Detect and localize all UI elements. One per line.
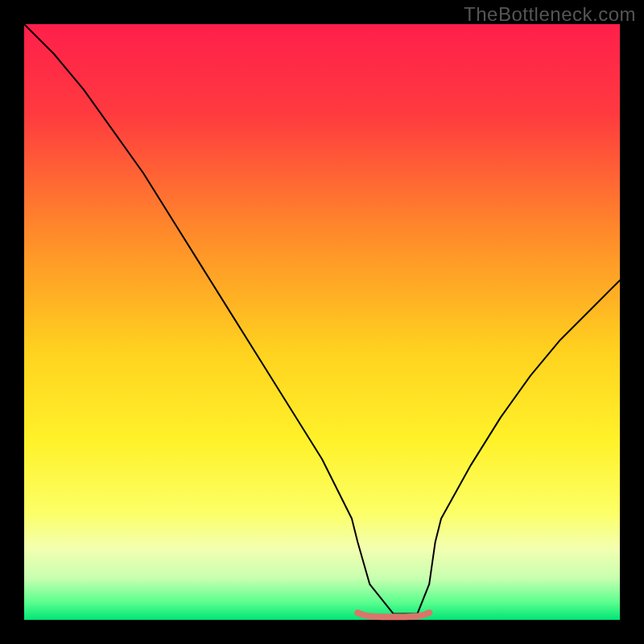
plot-background <box>24 24 620 620</box>
bottleneck-chart <box>0 0 644 644</box>
chart-stage: TheBottleneck.com <box>0 0 644 644</box>
watermark-text: TheBottleneck.com <box>464 3 636 26</box>
